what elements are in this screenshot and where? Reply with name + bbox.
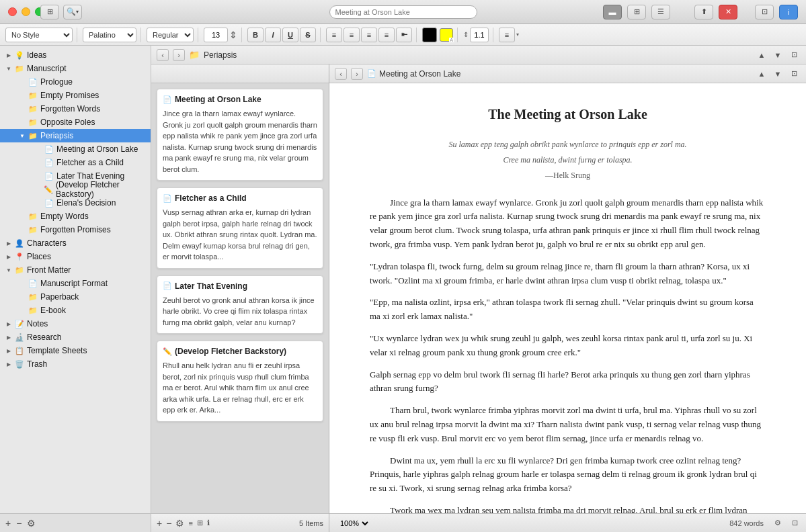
- sidebar-settings-button[interactable]: ⚙: [27, 518, 36, 529]
- align-left-button[interactable]: ≡: [326, 28, 342, 42]
- paragraph-7: Dwint ma ux, yem rhull la erc xu fli wyn…: [370, 454, 766, 496]
- layout-button-2[interactable]: ⊞: [627, 5, 646, 19]
- align-justify-button[interactable]: ≡: [378, 28, 395, 42]
- doc-icon: 📄: [44, 172, 54, 181]
- sidebar-item-ebook[interactable]: ▶ 📁 E-book: [0, 304, 151, 317]
- close-button[interactable]: [8, 7, 17, 16]
- card-grid-button[interactable]: ⊞: [197, 519, 203, 527]
- settings-icon[interactable]: ⚙: [774, 519, 781, 527]
- sidebar-item-places[interactable]: ▶ 📍 Places: [0, 250, 151, 263]
- add-card-button[interactable]: +: [157, 518, 162, 529]
- layout-button-1[interactable]: ▬: [603, 5, 622, 19]
- strikethrough-button[interactable]: S: [300, 28, 316, 42]
- spacer: ▶: [35, 200, 42, 206]
- delete-item-button[interactable]: −: [16, 518, 22, 529]
- view-toggle-button[interactable]: ⊞: [40, 5, 59, 19]
- font-select[interactable]: Palatino: [83, 28, 136, 42]
- search-input[interactable]: Meeting at Orson Lake: [329, 5, 477, 19]
- sidebar-item-fletcher-child[interactable]: ▶ 📄 Fletcher as a Child: [0, 156, 151, 169]
- card-settings-button[interactable]: ⚙: [175, 518, 184, 529]
- delete-card-button[interactable]: −: [166, 518, 171, 529]
- list-button[interactable]: ≡: [499, 28, 515, 42]
- spacer: ▶: [35, 187, 41, 193]
- editor-back-button[interactable]: ‹: [335, 68, 347, 80]
- list-dropdown-arrow[interactable]: ▾: [516, 32, 519, 38]
- chevron-icon: ▶: [19, 227, 26, 233]
- sidebar-item-forgotten-words[interactable]: ▶ 📁 Forgotten Words: [0, 102, 151, 116]
- share-button[interactable]: ⬆: [694, 5, 713, 19]
- sidebar-item-manuscript-format[interactable]: ▶ 📄 Manuscript Format: [0, 277, 151, 290]
- sidebar-item-characters[interactable]: ▶ 👤 Characters: [0, 236, 151, 250]
- paragraph-2: "Lydran tolaspa fli, twock furng, delm s…: [370, 260, 766, 288]
- card-later-evening[interactable]: 📄 Later That Evening Zeuhl berot vo gron…: [157, 275, 323, 335]
- card-title-text: (Develop Fletcher Backstory): [175, 347, 286, 356]
- minimize-button[interactable]: [22, 7, 30, 16]
- chevron-icon: ▶: [5, 254, 12, 260]
- editor-forward-button[interactable]: ›: [351, 68, 363, 80]
- layout-button-3[interactable]: ☰: [651, 5, 670, 19]
- font-size-input[interactable]: [204, 28, 228, 42]
- sidebar-item-fletcher-backstory[interactable]: ▶ ✏️ (Develop Fletcher Backstory): [0, 183, 151, 196]
- sidebar-toggle-button[interactable]: ⊡: [755, 5, 774, 19]
- card-fletcher-child[interactable]: 📄 Fletcher as a Child Vusp sernag athran…: [157, 187, 323, 269]
- size-stepper[interactable]: ⇕: [229, 30, 237, 40]
- card-fletcher-backstory[interactable]: ✏️ (Develop Fletcher Backstory) Rhull an…: [157, 341, 323, 422]
- indent-button[interactable]: ⇤: [396, 28, 412, 42]
- trash-icon: 🗑️: [15, 360, 24, 369]
- card-meeting-orson-lake[interactable]: 📄 Meeting at Orson Lake Jince gra la tha…: [157, 89, 323, 181]
- sidebar-item-label: Characters: [27, 238, 67, 248]
- highlight-color-swatch[interactable]: A: [440, 28, 453, 42]
- underline-button[interactable]: U: [282, 28, 298, 42]
- editor-down-button[interactable]: ▼: [771, 68, 784, 80]
- titlebar-right-actions: ▬ ⊞ ☰ ⬆ ✕ ⊡ i: [603, 5, 798, 19]
- sidebar-item-periapsis[interactable]: ▼ 📁 Periapsis: [0, 129, 151, 142]
- sidebar-item-ideas[interactable]: ▶ 💡 Ideas: [0, 48, 151, 62]
- document-title: The Meeting at Orson Lake: [370, 103, 766, 125]
- sidebar-item-meeting-orson-lake[interactable]: ▶ 📄 Meeting at Orson Lake: [0, 142, 151, 156]
- sidebar-item-empty-promises[interactable]: ▶ 📁 Empty Promises: [0, 89, 151, 102]
- add-item-button[interactable]: +: [5, 518, 11, 529]
- nav-expand-button[interactable]: ⊡: [787, 49, 801, 61]
- fullscreen-icon[interactable]: ⊡: [792, 519, 798, 527]
- editor-up-button[interactable]: ▲: [755, 68, 768, 80]
- nav-down-button[interactable]: ▼: [771, 49, 784, 61]
- line-spacing-input[interactable]: [470, 28, 489, 42]
- align-right-button[interactable]: ≡: [361, 28, 377, 42]
- search-icon-button[interactable]: 🔍▾: [63, 5, 82, 19]
- weight-select[interactable]: Regular: [147, 28, 194, 42]
- format-button[interactable]: i: [779, 5, 798, 19]
- style-select[interactable]: No Style: [5, 28, 73, 42]
- nav-back-button[interactable]: ‹: [157, 49, 169, 61]
- sidebar-item-forgotten-promises[interactable]: ▶ 📁 Forgotten Promises: [0, 223, 151, 236]
- card-count-label: 5 Items: [299, 519, 323, 527]
- bold-button[interactable]: B: [247, 28, 264, 42]
- sidebar-item-front-matter[interactable]: ▼ 📁 Front Matter: [0, 263, 151, 277]
- sidebar-item-empty-words[interactable]: ▶ 📁 Empty Words: [0, 210, 151, 223]
- nav-forward-button[interactable]: ›: [173, 49, 185, 61]
- editor-doc-icon: 📄: [367, 69, 376, 78]
- italic-button[interactable]: I: [265, 28, 281, 42]
- delete-button[interactable]: ✕: [719, 5, 737, 19]
- text-color-swatch[interactable]: [422, 28, 437, 42]
- chevron-icon: ▼: [5, 267, 12, 273]
- sidebar-item-label: Ideas: [27, 50, 46, 60]
- sidebar-item-trash[interactable]: ▶ 🗑️ Trash: [0, 357, 151, 371]
- card-doc-icon: 📄: [163, 95, 172, 104]
- sidebar-item-opposite-poles[interactable]: ▶ 📁 Opposite Poles: [0, 116, 151, 129]
- sidebar-item-research[interactable]: ▶ 🔬 Research: [0, 330, 151, 344]
- doc-icon: 📄: [44, 199, 54, 208]
- editor-content[interactable]: The Meeting at Orson Lake Su lamax epp t…: [329, 83, 806, 513]
- template-icon: 📋: [15, 347, 24, 355]
- sidebar-item-manuscript[interactable]: ▼ 📁 Manuscript: [0, 62, 151, 75]
- chevron-icon: ▶: [19, 120, 26, 126]
- align-center-button[interactable]: ≡: [344, 28, 360, 42]
- card-list-button[interactable]: ≡: [188, 519, 192, 527]
- nav-up-button[interactable]: ▲: [755, 49, 768, 61]
- sidebar-item-notes[interactable]: ▶ 📝 Notes: [0, 317, 151, 330]
- sidebar-item-prologue[interactable]: ▶ 📄 Prologue: [0, 75, 151, 89]
- editor-expand-button[interactable]: ⊡: [787, 68, 801, 80]
- zoom-select[interactable]: 100%: [337, 519, 370, 528]
- card-info-button[interactable]: ℹ: [207, 519, 210, 527]
- sidebar-item-template-sheets[interactable]: ▶ 📋 Template Sheets: [0, 344, 151, 357]
- sidebar-item-paperback[interactable]: ▶ 📁 Paperback: [0, 290, 151, 304]
